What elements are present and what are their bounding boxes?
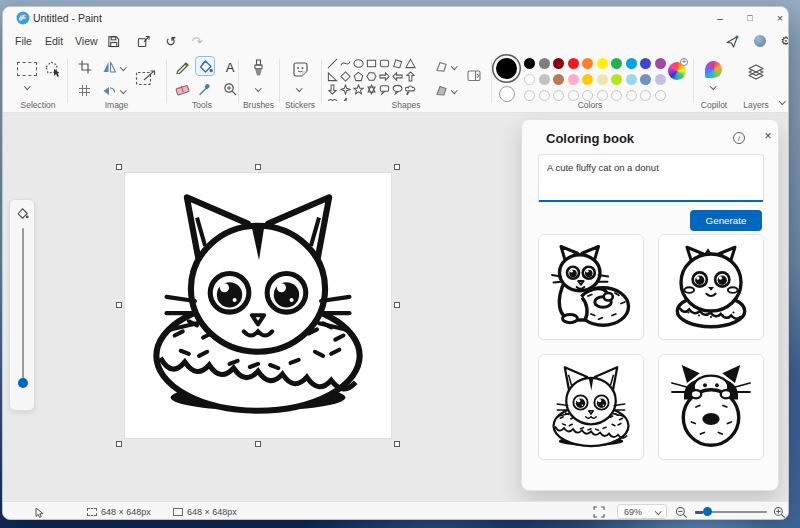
selection-handle[interactable] [255, 441, 261, 447]
palette-color[interactable] [655, 74, 666, 85]
selection-handle[interactable] [116, 302, 122, 308]
eraser-tool-icon[interactable] [172, 79, 192, 99]
generated-thumbnail-3[interactable] [538, 354, 644, 460]
minimize-button[interactable]: – [706, 7, 734, 29]
selection-handle[interactable] [394, 441, 400, 447]
generate-button[interactable]: Generate [690, 210, 762, 231]
palette-color[interactable] [626, 74, 637, 85]
shape-triangle[interactable] [404, 57, 417, 70]
shape-pentagon[interactable] [352, 70, 365, 83]
share-icon[interactable] [134, 32, 152, 50]
zoom-level-dropdown[interactable]: 69% [617, 504, 667, 519]
fill-tool-icon[interactable] [195, 56, 215, 76]
info-icon[interactable]: i [733, 132, 745, 144]
palette-color[interactable] [582, 58, 593, 69]
ribbon-collapse-chevron[interactable] [779, 98, 785, 104]
selection-handle[interactable] [255, 164, 261, 170]
brush-icon[interactable] [251, 59, 266, 81]
maximize-button[interactable]: □ [736, 7, 764, 29]
shape-up-arrow[interactable] [404, 70, 417, 83]
settings-gear-icon[interactable]: ⚙ [777, 32, 789, 50]
magnifier-tool-icon[interactable] [220, 79, 240, 99]
shapes-panel-expand-icon[interactable] [466, 68, 483, 83]
outline-dropdown-chevron[interactable] [451, 63, 457, 69]
color1-swatch[interactable] [496, 58, 517, 79]
palette-color[interactable] [597, 58, 608, 69]
selection-handle[interactable] [394, 164, 400, 170]
palette-color[interactable] [597, 74, 608, 85]
selection-handle[interactable] [116, 164, 122, 170]
palette-color[interactable] [640, 74, 651, 85]
shape-curve[interactable] [339, 57, 352, 70]
generated-thumbnail-2[interactable] [658, 234, 764, 340]
zoom-out-icon[interactable] [675, 502, 688, 520]
generated-thumbnail-4[interactable] [658, 354, 764, 460]
selection-handle[interactable] [116, 441, 122, 447]
flip-dropdown-chevron[interactable] [120, 64, 126, 70]
sticker-icon[interactable] [292, 61, 309, 78]
fill-dropdown-chevron[interactable] [451, 87, 457, 93]
palette-color[interactable] [524, 74, 535, 85]
crop-icon[interactable] [78, 60, 92, 74]
palette-color[interactable] [539, 74, 550, 85]
prompt-input[interactable]: A cute fluffy cat on a donut [538, 154, 764, 202]
save-icon[interactable] [104, 32, 122, 50]
account-icon[interactable] [751, 32, 769, 50]
shape-oval-callout[interactable] [391, 83, 404, 96]
brushes-dropdown-chevron[interactable] [255, 85, 261, 91]
rotate-dropdown-chevron[interactable] [120, 87, 126, 93]
copilot-dropdown-chevron[interactable] [710, 83, 716, 89]
generated-thumbnail-1[interactable] [538, 234, 644, 340]
menu-edit[interactable]: Edit [41, 33, 67, 49]
shape-cloud-callout[interactable] [404, 83, 417, 96]
palette-color[interactable] [524, 58, 535, 69]
copilot-icon[interactable] [705, 61, 722, 78]
palette-color[interactable] [611, 74, 622, 85]
palette-color[interactable] [553, 74, 564, 85]
resize-icon[interactable] [135, 68, 157, 89]
palette-color[interactable] [568, 74, 579, 85]
fit-to-screen-icon[interactable] [593, 502, 605, 520]
shape-oval[interactable] [352, 57, 365, 70]
palette-color[interactable] [582, 74, 593, 85]
undo-icon[interactable]: ↺ [162, 32, 180, 50]
selection-dropdown-chevron[interactable] [24, 83, 30, 89]
shape-down-arrow[interactable] [326, 83, 339, 96]
palette-color[interactable] [655, 58, 666, 69]
shape-left-arrow[interactable] [391, 70, 404, 83]
free-select-icon[interactable] [43, 60, 60, 77]
menu-file[interactable]: File [11, 33, 36, 49]
layers-icon[interactable] [746, 63, 766, 83]
tool-size-slider-thumb[interactable] [18, 378, 28, 388]
shape-line[interactable] [326, 57, 339, 70]
palette-color[interactable] [568, 58, 579, 69]
color-picker-icon[interactable] [195, 79, 215, 99]
shape-rounded-rectangle[interactable] [378, 57, 391, 70]
rotate-icon[interactable] [102, 84, 116, 97]
tool-size-slider-track[interactable] [22, 228, 24, 380]
palette-color[interactable] [611, 58, 622, 69]
selection-handle[interactable] [394, 302, 400, 308]
shape-right-triangle[interactable] [326, 70, 339, 83]
shape-rounded-callout[interactable] [378, 83, 391, 96]
pattern-icon[interactable] [78, 84, 91, 97]
flip-icon[interactable] [102, 60, 117, 74]
rectangle-select-icon[interactable] [17, 62, 37, 76]
send-share-icon[interactable] [723, 32, 741, 50]
shape-right-arrow[interactable] [378, 70, 391, 83]
shape-five-point-star[interactable] [352, 83, 365, 96]
text-tool-icon[interactable]: A [220, 57, 240, 77]
redo-icon[interactable]: ↷ [188, 32, 206, 50]
palette-color[interactable] [626, 58, 637, 69]
shape-outline-icon[interactable] [433, 60, 448, 73]
palette-color[interactable] [640, 58, 651, 69]
panel-close-icon[interactable]: × [760, 128, 776, 144]
zoom-slider-thumb[interactable] [703, 507, 712, 516]
drawing-canvas[interactable] [125, 173, 391, 438]
palette-color[interactable] [553, 58, 564, 69]
shape-fill-icon[interactable] [433, 84, 448, 97]
close-button[interactable]: × [766, 7, 789, 29]
shape-diamond[interactable] [339, 70, 352, 83]
shape-rectangle[interactable] [365, 57, 378, 70]
shape-four-point-star[interactable] [339, 83, 352, 96]
